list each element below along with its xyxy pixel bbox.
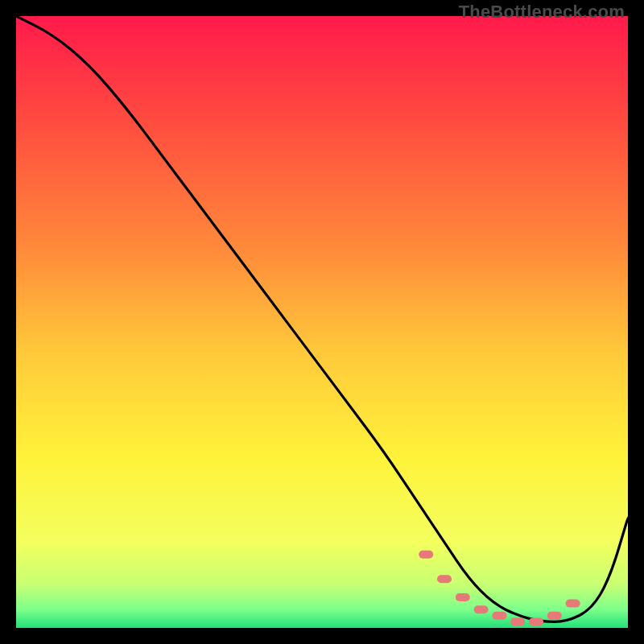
highlight-marker — [529, 617, 543, 625]
watermark-text: TheBottleneck.com — [459, 2, 625, 23]
highlight-marker — [456, 593, 470, 601]
highlight-marker — [437, 575, 452, 583]
highlight-marker — [566, 600, 580, 608]
highlight-marker — [547, 612, 562, 620]
highlight-marker — [492, 612, 506, 620]
highlight-marker — [419, 551, 433, 559]
gradient-background — [16, 16, 628, 628]
chart-frame — [16, 16, 628, 628]
bottleneck-chart — [16, 16, 628, 628]
highlight-marker — [510, 617, 525, 625]
highlight-marker — [474, 605, 489, 613]
